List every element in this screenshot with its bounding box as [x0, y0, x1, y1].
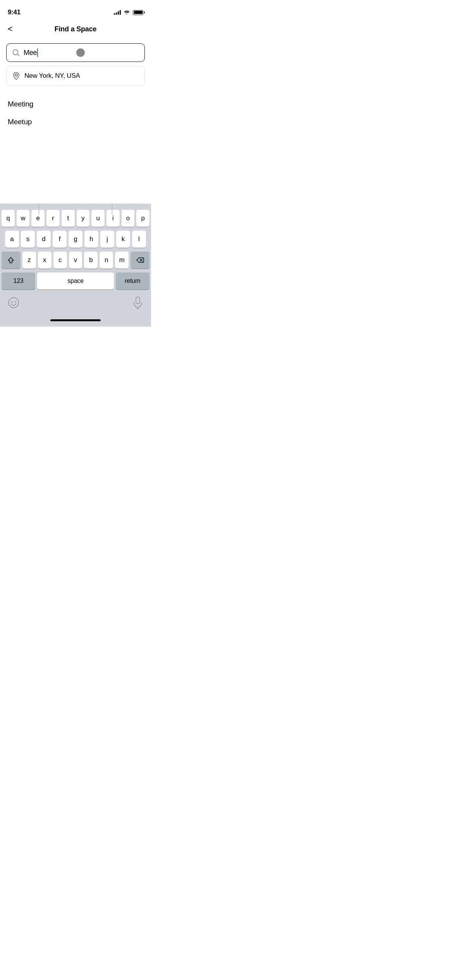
- location-text: New York, NY, USA: [24, 72, 80, 80]
- wifi-icon: [124, 10, 130, 15]
- drag-handle[interactable]: [76, 48, 85, 57]
- key-k[interactable]: k: [116, 231, 130, 248]
- svg-point-5: [9, 298, 19, 308]
- key-i[interactable]: i: [106, 210, 120, 227]
- return-key[interactable]: return: [116, 272, 149, 290]
- shift-key[interactable]: [2, 252, 21, 269]
- key-o[interactable]: o: [122, 210, 135, 227]
- back-button[interactable]: <: [8, 25, 13, 33]
- text-cursor: [37, 48, 38, 57]
- status-bar: 9:41: [0, 0, 151, 19]
- key-p[interactable]: p: [136, 210, 149, 227]
- key-row-4: 123 space return: [2, 272, 149, 290]
- key-row-2: a s d f g h j k l: [2, 231, 149, 248]
- page-title: Find a Space: [55, 25, 97, 33]
- suggestions-list: Meeting Meetup: [6, 95, 145, 131]
- key-w[interactable]: w: [17, 210, 30, 227]
- key-e[interactable]: e: [31, 210, 45, 227]
- key-x[interactable]: x: [38, 252, 51, 269]
- key-q[interactable]: q: [2, 210, 15, 227]
- delete-key[interactable]: [130, 252, 149, 269]
- search-box[interactable]: Mee: [6, 43, 145, 62]
- nav-bar: < Find a Space: [0, 19, 151, 39]
- svg-line-1: [17, 54, 19, 56]
- location-pin-icon: [12, 72, 21, 80]
- key-s[interactable]: s: [21, 231, 35, 248]
- key-g[interactable]: g: [69, 231, 82, 248]
- microphone-button[interactable]: [132, 296, 143, 309]
- suggestion-item-meeting[interactable]: Meeting: [8, 95, 143, 113]
- search-input[interactable]: Mee: [24, 48, 38, 57]
- main-content: Mee New York, NY, USA Meeting Meetup: [0, 39, 151, 131]
- key-m[interactable]: m: [115, 252, 129, 269]
- emoji-button[interactable]: [8, 297, 19, 308]
- key-y[interactable]: y: [77, 210, 90, 227]
- keyboard: q w e r t y u i o p a s d f g h j k l: [0, 204, 151, 327]
- key-u[interactable]: u: [91, 210, 105, 227]
- key-n[interactable]: n: [100, 252, 113, 269]
- search-icon: [12, 49, 20, 57]
- signal-icon: [114, 10, 121, 15]
- key-j[interactable]: j: [100, 231, 114, 248]
- keyboard-rows: q w e r t y u i o p a s d f g h j k l: [0, 207, 151, 290]
- keyboard-extras: [0, 293, 151, 314]
- key-f[interactable]: f: [53, 231, 67, 248]
- key-r[interactable]: r: [46, 210, 60, 227]
- key-z[interactable]: z: [22, 252, 36, 269]
- suggestion-item-meetup[interactable]: Meetup: [8, 113, 143, 131]
- key-c[interactable]: c: [53, 252, 67, 269]
- location-selector[interactable]: New York, NY, USA: [6, 66, 145, 86]
- key-row-3: z x c v b n m: [2, 252, 149, 269]
- key-t[interactable]: t: [62, 210, 75, 227]
- battery-icon: [133, 10, 143, 15]
- back-chevron-icon: <: [8, 25, 13, 33]
- svg-point-2: [15, 74, 17, 76]
- space-key[interactable]: space: [37, 272, 114, 290]
- key-l[interactable]: l: [132, 231, 146, 248]
- search-value: Mee: [24, 49, 37, 57]
- svg-point-6: [11, 302, 12, 303]
- home-bar: [50, 319, 101, 321]
- keyboard-divider-right: [112, 204, 112, 214]
- svg-rect-8: [136, 297, 140, 304]
- key-d[interactable]: d: [37, 231, 51, 248]
- key-b[interactable]: b: [84, 252, 98, 269]
- key-row-1: q w e r t y u i o p: [2, 210, 149, 227]
- status-time: 9:41: [8, 9, 21, 16]
- keyboard-divider-left: [39, 204, 39, 214]
- status-icons: [114, 10, 143, 15]
- home-indicator: [0, 314, 151, 327]
- key-h[interactable]: h: [84, 231, 98, 248]
- key-v[interactable]: v: [69, 252, 82, 269]
- key-a[interactable]: a: [5, 231, 19, 248]
- numbers-key[interactable]: 123: [2, 272, 35, 290]
- svg-point-7: [15, 302, 16, 303]
